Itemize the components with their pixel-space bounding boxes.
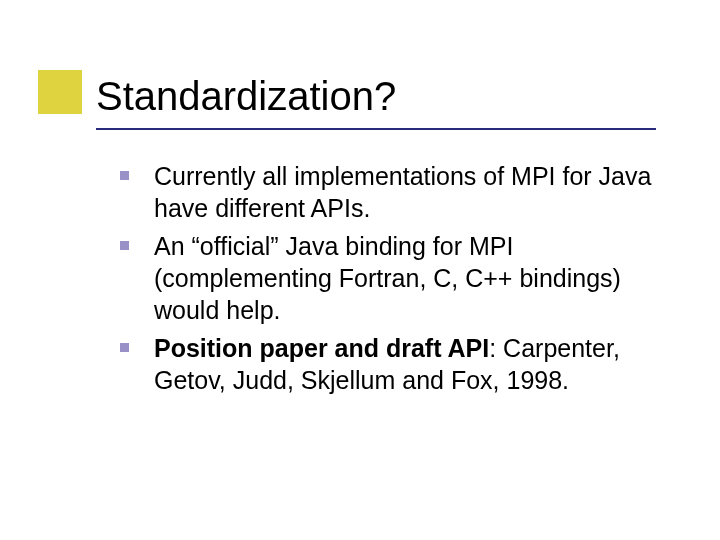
list-item: Position paper and draft API: Carpenter,… [120, 332, 670, 396]
title-underline [96, 128, 656, 130]
slide-title: Standardization? [96, 74, 680, 118]
title-area: Standardization? [96, 74, 680, 118]
bullet-text: An “official” Java binding for MPI (comp… [154, 232, 621, 324]
accent-square [38, 70, 82, 114]
list-item: An “official” Java binding for MPI (comp… [120, 230, 670, 326]
bullet-text: Currently all implementations of MPI for… [154, 162, 651, 222]
slide: Standardization? Currently all implement… [0, 0, 720, 540]
square-bullet-icon [120, 343, 129, 352]
square-bullet-icon [120, 241, 129, 250]
bullet-bold: Position paper and draft API [154, 334, 489, 362]
bullet-text: Position paper and draft API: Carpenter,… [154, 334, 620, 394]
body-area: Currently all implementations of MPI for… [120, 160, 670, 402]
list-item: Currently all implementations of MPI for… [120, 160, 670, 224]
square-bullet-icon [120, 171, 129, 180]
